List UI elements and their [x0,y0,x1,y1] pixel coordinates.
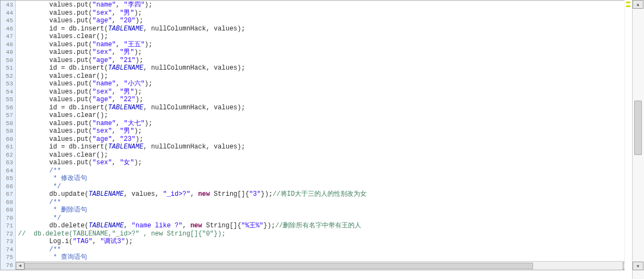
code-line[interactable]: */ [18,214,631,222]
line-number: 70 [1,214,15,222]
arrow-down-icon: ▼ [637,264,640,269]
line-number: 58 [1,120,15,128]
vertical-scrollbar[interactable]: ▲ ▼ [632,0,644,279]
code-line[interactable]: values.put("name", "小六"); [18,80,631,88]
code-line[interactable]: id = db.insert(TABLENAME, nullColumnHack… [18,104,631,112]
marker[interactable] [626,2,630,3]
code-line[interactable]: Log.i("TAG", "调试3"); [18,238,631,246]
line-number: 48 [1,41,15,49]
code-line[interactable]: values.put("sex", "男"); [18,48,631,57]
line-number: 61 [1,143,15,151]
line-number: 57 [1,111,15,120]
line-number: 53 [1,80,15,88]
line-number: 51 [1,64,15,72]
line-number: 75 [1,253,15,262]
code-line[interactable]: */ [18,183,631,191]
line-number: 50 [1,57,15,65]
scroll-down-button[interactable]: ▼ [633,262,643,270]
code-line[interactable]: id = db.insert(TABLENAME, nullColumnHack… [18,143,631,151]
code-line[interactable]: values.put("name", "李四"); [18,1,631,9]
code-line[interactable]: * 删除语句 [18,206,631,214]
hscroll-thumb[interactable] [24,263,533,269]
line-number: 46 [1,25,15,33]
code-line[interactable]: values.put("name", "大七"); [18,120,631,128]
scroll-left-button[interactable]: ◄ [16,262,24,270]
line-number: 76 [1,262,15,270]
scroll-up-button[interactable]: ▲ [633,0,643,9]
line-number: 72 [1,230,15,238]
line-number: 63 [1,159,15,167]
code-line[interactable]: /** [18,167,631,175]
line-number: 69 [1,206,15,214]
line-number: 65 [1,175,15,183]
line-number: 62 [1,151,15,159]
code-line[interactable]: id = db.insert(TABLENAME, nullColumnHack… [18,25,631,33]
code-line[interactable]: * 查询语句 [18,253,631,262]
code-line[interactable]: db.update(TABLENAME, values, "_id>?", ne… [18,190,631,199]
code-line[interactable]: /** [18,199,631,207]
code-line[interactable]: values.put("name", "王五"); [18,41,631,49]
line-number: 67 [1,190,15,199]
code-line[interactable]: values.put("sex", "男"); [18,88,631,96]
code-line[interactable]: id = db.insert(TABLENAME, nullColumnHack… [18,64,631,72]
code-line[interactable]: values.put("sex", "女"); [18,159,631,167]
code-line[interactable]: values.put("age", "20"); [18,17,631,25]
line-number: 45 [1,17,15,25]
marker[interactable] [626,5,630,7]
code-line[interactable]: values.put("age", "22"); [18,96,631,104]
line-number: 43 [1,1,15,9]
code-line[interactable]: values.clear(); [18,151,631,159]
line-number: 64 [1,167,15,175]
code-line[interactable]: // db.delete(TABLENAME,"_id>?" , new Str… [18,230,631,238]
horizontal-scrollbar[interactable]: ◄ ► [16,261,631,270]
code-line[interactable]: values.clear(); [18,111,631,120]
line-number: 59 [1,127,15,135]
line-number-gutter: 4344454647484950515253545556575859606162… [1,1,16,270]
code-line[interactable]: values.put("sex", "男"); [18,9,631,17]
code-editor: 4344454647484950515253545556575859606162… [0,0,632,270]
vscroll-thumb[interactable] [634,101,642,155]
line-number: 55 [1,96,15,104]
code-line[interactable]: values.clear(); [18,72,631,80]
line-number: 60 [1,135,15,144]
line-number: 49 [1,48,15,57]
line-number: 73 [1,238,15,246]
line-number: 44 [1,9,15,17]
line-number: 56 [1,104,15,112]
code-line[interactable]: db.delete(TABLENAME, "name like ?", new … [18,222,631,230]
code-line[interactable]: /** [18,246,631,254]
code-line[interactable]: values.clear(); [18,33,631,41]
code-line[interactable]: values.put("age", "23"); [18,135,631,144]
code-line[interactable]: * 修改语句 [18,175,631,183]
line-number: 52 [1,72,15,80]
line-number: 68 [1,199,15,207]
arrow-left-icon: ◄ [19,263,22,268]
line-number: 74 [1,246,15,254]
line-number: 54 [1,88,15,96]
line-number: 66 [1,183,15,191]
overview-ruler[interactable] [624,0,632,270]
code-line[interactable]: values.put("sex", "男"); [18,127,631,135]
hscroll-track[interactable] [24,262,623,270]
line-number: 71 [1,222,15,230]
code-line[interactable]: values.put("age", "21"); [18,57,631,65]
line-number: 47 [1,33,15,41]
code-viewport[interactable]: values.put("name", "李四"); values.put("se… [16,1,631,270]
arrow-up-icon: ▲ [637,2,640,7]
